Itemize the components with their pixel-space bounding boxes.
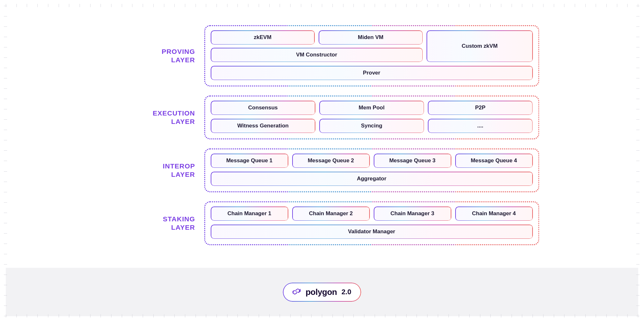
layer-label-interop: INTEROP LAYER [105, 162, 195, 179]
label-text: PROVING [162, 48, 195, 55]
version-text: 2.0 [341, 288, 351, 296]
content: PROVING LAYER zkEVM Miden VM [6, 6, 638, 316]
cell-label: Aggregator [357, 176, 387, 182]
cell-label: Chain Manager 4 [472, 210, 516, 217]
label-text: STAKING [163, 215, 195, 223]
cell-message-queue-4: Message Queue 4 [455, 154, 533, 168]
cell-chain-manager-3: Chain Manager 3 [374, 206, 451, 221]
logo-pill: polygon 2.0 [283, 283, 361, 302]
cell-prover: Prover [211, 66, 533, 80]
layer-box-execution: Consensus Mem Pool P2P Witness Generatio… [204, 96, 539, 139]
layer-box-staking: Chain Manager 1 Chain Manager 2 Chain Ma… [204, 201, 539, 245]
label-text: EXECUTION [153, 109, 195, 117]
layer-row-execution: EXECUTION LAYER Consensus Mem Pool P2P W… [105, 96, 539, 139]
cell-chain-manager-1: Chain Manager 1 [211, 206, 288, 221]
cell-label: Chain Manager 3 [390, 210, 434, 217]
cell-label: Chain Manager 2 [309, 210, 353, 217]
cell-syncing: Syncing [319, 119, 424, 133]
cell-consensus: Consensus [211, 101, 315, 115]
cell-message-queue-1: Message Queue 1 [211, 154, 288, 168]
label-text: LAYER [171, 171, 195, 178]
polygon-logo-icon [293, 287, 302, 297]
brand-text: polygon [305, 287, 337, 297]
cell-validator-manager: Validator Manager [211, 225, 533, 239]
cell-label: Witness Generation [237, 123, 289, 129]
cell-label: Message Queue 3 [389, 157, 436, 164]
cell-label: Prover [363, 70, 380, 76]
cell-message-queue-2: Message Queue 2 [292, 154, 370, 168]
cell-label: P2P [475, 105, 485, 111]
diagram-area: PROVING LAYER zkEVM Miden VM [6, 6, 638, 268]
cell-label: Message Queue 4 [471, 157, 517, 164]
label-text: INTEROP [163, 162, 195, 170]
cell-label: Chain Manager 1 [227, 210, 271, 217]
cell-etc: .... [428, 119, 533, 133]
cell-label: zkEVM [254, 34, 272, 41]
cell-miden: Miden VM [319, 30, 423, 45]
cell-aggregator: Aggregator [211, 172, 533, 186]
cell-label: VM Constructor [296, 52, 337, 58]
cell-chain-manager-2: Chain Manager 2 [292, 206, 370, 221]
cell-label: Message Queue 2 [308, 157, 354, 164]
cell-message-queue-3: Message Queue 3 [374, 154, 451, 168]
layer-row-interop: INTEROP LAYER Message Queue 1 Message Qu… [105, 148, 539, 192]
cell-label: Message Queue 1 [226, 157, 273, 164]
cell-witness-generation: Witness Generation [211, 119, 315, 133]
cell-vm-constructor: VM Constructor [211, 48, 423, 62]
layer-box-proving: zkEVM Miden VM VM Constructor Custom zkV… [204, 25, 539, 86]
cell-label: Syncing [361, 123, 382, 129]
cell-label: Custom zkVM [462, 43, 497, 49]
cell-label: .... [477, 123, 483, 129]
layer-row-staking: STAKING LAYER Chain Manager 1 Chain Mana… [105, 201, 539, 245]
cell-zkevm: zkEVM [211, 30, 315, 45]
layer-label-staking: STAKING LAYER [105, 215, 195, 232]
layer-row-proving: PROVING LAYER zkEVM Miden VM [105, 25, 539, 86]
cell-p2p: P2P [428, 101, 533, 115]
cell-label: Validator Manager [348, 228, 395, 235]
cell-chain-manager-4: Chain Manager 4 [455, 206, 533, 221]
cell-label: Miden VM [358, 34, 383, 41]
cell-mempool: Mem Pool [319, 101, 424, 115]
label-text: LAYER [171, 56, 195, 64]
label-text: LAYER [171, 118, 195, 125]
footer: polygon 2.0 [6, 268, 638, 316]
layer-label-proving: PROVING LAYER [105, 47, 195, 65]
cell-label: Mem Pool [359, 105, 384, 111]
cell-custom-zkvm: Custom zkVM [427, 30, 533, 62]
page: PROVING LAYER zkEVM Miden VM [0, 0, 644, 322]
label-text: LAYER [171, 224, 195, 231]
layer-box-interop: Message Queue 1 Message Queue 2 Message … [204, 148, 539, 192]
cell-label: Consensus [248, 105, 278, 111]
layer-label-execution: EXECUTION LAYER [105, 109, 195, 126]
